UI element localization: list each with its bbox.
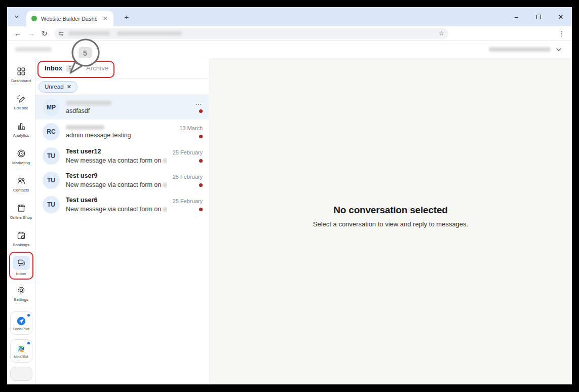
conversation-row[interactable]: TU Test user6 New message via contact fo… <box>35 192 209 217</box>
maximize-icon <box>536 15 541 19</box>
message-preview: asdfasdf <box>66 107 189 114</box>
message-date: 13 March <box>179 125 203 131</box>
tab-title: Website Builder Dashboard <box>41 16 97 22</box>
sidebar-item-label: Inbox <box>16 271 26 276</box>
filter-row: Unread ✕ <box>35 79 209 95</box>
avatar: RC <box>43 123 60 140</box>
message-preview: New message via contact form on.. <box>66 206 167 213</box>
unread-dot <box>199 159 203 163</box>
redacted-sender-name <box>66 101 111 105</box>
tune-icon <box>58 30 64 37</box>
reload-button[interactable]: ↻ <box>42 30 48 37</box>
sidebar-item-dashboard[interactable]: Dashboard <box>9 61 34 88</box>
browser-menu-button[interactable]: ⋮ <box>558 30 565 37</box>
analytics-icon <box>16 121 26 131</box>
avatar: MP <box>43 99 60 116</box>
redacted-site-name <box>163 183 166 187</box>
avatar: TU <box>43 172 60 189</box>
maximize-button[interactable] <box>527 7 550 26</box>
conversation-row[interactable]: RC admin message testing 13 March <box>35 120 209 144</box>
tab-inbox[interactable]: Inbox 5 <box>45 64 74 72</box>
sidebar-item-marketing[interactable]: Marketing <box>9 143 34 170</box>
redacted-url-segment <box>68 31 110 35</box>
storefront-icon <box>16 203 26 213</box>
chip-close-icon[interactable]: ✕ <box>67 84 71 90</box>
avatar: TU <box>43 196 60 213</box>
redacted-app-logo <box>15 47 52 52</box>
forward-button[interactable]: → <box>28 30 35 37</box>
sidebar: Dashboard Edit site Analytics Marketing … <box>7 58 35 384</box>
close-window-button[interactable]: ✕ <box>550 7 572 26</box>
sidebar-item-analytics[interactable]: Analytics <box>9 115 34 143</box>
tab-search-button[interactable] <box>11 11 22 22</box>
inbox-chat-icon <box>16 258 26 268</box>
redacted-site-name <box>163 159 166 163</box>
notification-dot <box>27 314 30 317</box>
new-tab-button[interactable]: + <box>121 11 133 23</box>
sidebar-item-label: Edit site <box>14 106 28 110</box>
notification-dot <box>27 342 30 344</box>
sidebar-item-inbox[interactable]: Inbox <box>9 252 34 280</box>
sidebar-app-minicrm[interactable]: MiniCRM <box>10 339 32 363</box>
sidebar-item-label: Dashboard <box>11 79 31 83</box>
app-body: Dashboard Edit site Analytics Marketing … <box>7 58 572 384</box>
bookmark-star-icon[interactable]: ☆ <box>439 30 444 37</box>
empty-state-title: No conversation selected <box>313 205 468 216</box>
inbox-tabs: Inbox 5 Archive <box>35 58 209 79</box>
message-preview: admin message testing <box>66 132 173 139</box>
sender-name: Test user12 <box>66 148 167 155</box>
sidebar-item-label: Analytics <box>13 133 29 138</box>
edit-site-icon <box>16 94 26 104</box>
redacted-site-name <box>163 207 166 212</box>
sender-name: Test user9 <box>66 172 167 179</box>
unread-dot <box>199 183 203 187</box>
sidebar-app-label: SocialPilot <box>13 327 29 331</box>
sidebar-item-contacts[interactable]: Contacts <box>9 170 34 198</box>
browser-tab[interactable]: Website Builder Dashboard ✕ <box>26 11 113 26</box>
browser-toolbar: ← → ↻ ☆ ⋮ <box>7 26 572 41</box>
dashboard-icon <box>16 66 26 76</box>
conversation-list-panel: Inbox 5 Archive Unread ✕ MP asdfasdf <box>35 58 209 384</box>
tab-favicon-icon <box>31 16 37 21</box>
sidebar-app-partial-card[interactable] <box>10 367 32 381</box>
row-menu-button[interactable]: ⋯ <box>195 102 203 106</box>
sidebar-app-socialpilot[interactable]: SocialPilot <box>10 311 32 335</box>
message-date: 25 February <box>173 149 203 155</box>
unread-filter-chip[interactable]: Unread ✕ <box>38 81 78 93</box>
sidebar-app-label: MiniCRM <box>14 355 28 359</box>
tab-close-button[interactable]: ✕ <box>101 15 109 22</box>
empty-state: No conversation selected Select a conver… <box>313 205 468 228</box>
sidebar-item-label: Contacts <box>13 188 29 192</box>
redacted-url-segment <box>117 31 182 35</box>
sidebar-item-label: Online Shop <box>10 215 32 220</box>
sidebar-item-settings[interactable]: Settings <box>9 280 34 307</box>
sidebar-item-bookings[interactable]: Bookings <box>9 225 34 252</box>
conversation-row[interactable]: TU Test user12 New message via contact f… <box>35 144 209 168</box>
chevron-down-icon <box>555 46 563 54</box>
account-dropdown[interactable] <box>489 46 563 54</box>
chevron-down-icon <box>14 14 20 20</box>
unread-dot <box>199 135 203 138</box>
redacted-sender-name <box>66 125 104 130</box>
sidebar-item-label: Bookings <box>13 243 29 247</box>
contacts-people-icon <box>16 176 26 186</box>
unread-dot <box>199 109 203 113</box>
window-controls: – ✕ <box>505 7 572 26</box>
app-header <box>7 41 572 58</box>
bookings-calendar-icon <box>16 230 26 241</box>
browser-window: Website Builder Dashboard ✕ + – ✕ ← → ↻ … <box>7 7 572 384</box>
tab-archive[interactable]: Archive <box>86 64 108 72</box>
chip-label: Unread <box>45 84 64 90</box>
conversation-row[interactable]: TU Test user9 New message via contact fo… <box>35 168 209 192</box>
minimize-button[interactable]: – <box>505 7 527 26</box>
socialpilot-logo-icon <box>16 316 26 326</box>
redacted-account-name <box>489 47 551 52</box>
empty-state-subtitle: Select a conversation to view and reply … <box>313 220 468 228</box>
browser-tab-strip: Website Builder Dashboard ✕ + – ✕ <box>7 7 572 26</box>
address-bar[interactable]: ☆ <box>54 28 448 39</box>
conversation-row[interactable]: MP asdfasdf ⋯ <box>35 95 209 120</box>
sidebar-item-online-shop[interactable]: Online Shop <box>9 198 34 225</box>
sidebar-item-edit-site[interactable]: Edit site <box>9 88 34 115</box>
back-button[interactable]: ← <box>14 30 21 37</box>
minicrm-logo-icon <box>16 344 26 354</box>
